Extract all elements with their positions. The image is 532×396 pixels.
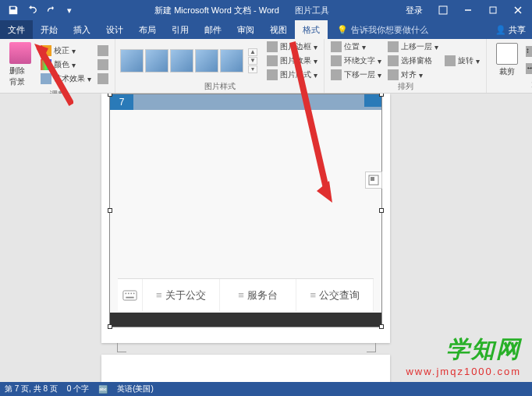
- minimize-icon[interactable]: [457, 2, 479, 19]
- close-icon[interactable]: [507, 2, 529, 19]
- picture-content: 7 ≡关于公交 ≡服务台 ≡公交查询: [110, 94, 381, 327]
- change-picture-button[interactable]: [96, 58, 110, 71]
- tab-format[interactable]: 格式: [295, 20, 328, 39]
- style-thumb[interactable]: [220, 49, 243, 72]
- tab-home[interactable]: 开始: [33, 20, 66, 39]
- ribbon-group-styles: ▲ ▼ ▾ 图片边框 ▾ 图片效果 ▾ 图片版式 ▾ 图片样式: [115, 39, 325, 93]
- share-button[interactable]: 👤 共享: [495, 24, 526, 36]
- wrap-text-button[interactable]: 环绕文字 ▾: [329, 55, 383, 67]
- crop-icon: [496, 43, 518, 65]
- rotate-icon: [445, 55, 456, 66]
- tell-me-search[interactable]: 💡 告诉我你想要做什么: [328, 24, 428, 36]
- border-icon: [267, 41, 278, 52]
- artistic-effects-button[interactable]: 艺术效果 ▾: [39, 72, 93, 85]
- tab-review[interactable]: 审阅: [229, 20, 262, 39]
- ribbon-group-arrange: 位置 ▾ 环绕文字 ▾ 下移一层 ▾ 上移一层 ▾ 选择窗格 对齐 ▾ 旋转 ▾…: [325, 39, 487, 93]
- corrections-button[interactable]: 校正 ▾: [39, 44, 93, 57]
- wrap-icon: [331, 55, 342, 66]
- keyboard-icon: [118, 279, 143, 311]
- save-icon[interactable]: [5, 2, 22, 19]
- resize-handle[interactable]: [108, 94, 112, 97]
- picture-effects-button[interactable]: 图片效果 ▾: [265, 55, 319, 67]
- tab-references[interactable]: 引用: [164, 20, 197, 39]
- resize-handle[interactable]: [108, 324, 112, 329]
- watermark-url: www.jmqz1000.com: [406, 366, 521, 377]
- tab-design[interactable]: 设计: [98, 20, 131, 39]
- gallery-down-icon[interactable]: ▼: [248, 57, 257, 65]
- group-label-styles: 图片样式: [120, 81, 319, 94]
- reset-icon: [98, 73, 108, 84]
- qat-customize-icon[interactable]: ▾: [61, 2, 78, 19]
- tab-mailings[interactable]: 邮件: [197, 20, 229, 39]
- picture-border-button[interactable]: 图片边框 ▾: [265, 41, 319, 53]
- redo-icon[interactable]: [42, 2, 59, 19]
- crop-button[interactable]: 裁剪: [491, 41, 523, 79]
- tab-view[interactable]: 视图: [262, 20, 295, 39]
- status-lang-icon: 🔤: [98, 385, 108, 394]
- color-button[interactable]: 颜色 ▾: [39, 58, 93, 71]
- window-title: 新建 Microsoft Word 文档 - Word: [154, 5, 279, 16]
- crop-mark: [117, 343, 126, 352]
- page: 7 ≡关于公交 ≡服务台 ≡公交查询: [101, 94, 390, 343]
- gallery-more-icon[interactable]: ▾: [248, 65, 257, 73]
- tab-layout[interactable]: 布局: [131, 20, 164, 39]
- resize-handle[interactable]: [379, 208, 384, 213]
- align-icon: [388, 69, 399, 80]
- page: [101, 355, 390, 382]
- status-page[interactable]: 第 7 页, 共 8 页: [5, 384, 58, 394]
- watermark-title: 学知网: [406, 334, 521, 366]
- picture-layout-button[interactable]: 图片版式 ▾: [265, 69, 319, 81]
- ribbon-group-adjust: 删除背景 校正 ▾ 颜色 ▾ 艺术效果 ▾ 调整: [0, 39, 115, 93]
- selection-pane-button[interactable]: 选择窗格: [386, 55, 440, 67]
- style-thumb[interactable]: [195, 49, 218, 72]
- send-backward-button[interactable]: 下移一层 ▾: [329, 69, 383, 81]
- status-bar: 第 7 页, 共 8 页 0 个字 🔤 英语(美国): [0, 382, 532, 396]
- svg-rect-8: [126, 296, 133, 298]
- login-label[interactable]: 登录: [406, 5, 423, 16]
- compress-pictures-button[interactable]: [96, 44, 110, 57]
- remove-background-button[interactable]: 删除背景: [5, 41, 36, 89]
- maximize-icon[interactable]: [482, 2, 504, 19]
- position-button[interactable]: 位置 ▾: [329, 41, 383, 53]
- menu-bar: 文件 开始 插入 设计 布局 引用 邮件 审阅 视图 格式 💡 告诉我你想要做什…: [0, 20, 532, 39]
- svg-point-4: [125, 292, 126, 294]
- bring-forward-button[interactable]: 上移一层 ▾: [386, 41, 440, 53]
- align-button[interactable]: 对齐 ▾: [386, 69, 440, 81]
- picture-styles-gallery[interactable]: [120, 49, 243, 72]
- status-words[interactable]: 0 个字: [67, 384, 89, 394]
- remove-bg-icon: [9, 42, 31, 64]
- style-thumb[interactable]: [170, 49, 193, 72]
- resize-handle[interactable]: [108, 208, 112, 213]
- forward-icon: [388, 41, 399, 52]
- resize-handle[interactable]: [379, 94, 384, 97]
- ribbon: 删除背景 校正 ▾ 颜色 ▾ 艺术效果 ▾ 调整: [0, 39, 532, 94]
- ribbon-options-icon[interactable]: [432, 2, 454, 19]
- phone-tab-query: ≡公交查询: [296, 279, 374, 311]
- svg-rect-0: [439, 6, 447, 14]
- selection-icon: [388, 55, 399, 66]
- style-thumb[interactable]: [120, 49, 144, 72]
- resize-handle[interactable]: [379, 324, 384, 329]
- rotate-button[interactable]: 旋转 ▾: [443, 55, 481, 67]
- layout-icon: [267, 69, 278, 80]
- width-icon: ↔: [526, 63, 532, 74]
- context-tab-label: 图片工具: [295, 5, 329, 16]
- tab-file[interactable]: 文件: [0, 20, 33, 39]
- change-picture-icon: [98, 59, 108, 70]
- status-language[interactable]: 英语(美国): [117, 384, 154, 394]
- phone-status-bar: [110, 94, 381, 110]
- layout-options-button[interactable]: [365, 171, 382, 189]
- reset-picture-button[interactable]: [96, 72, 110, 85]
- svg-point-6: [130, 292, 132, 294]
- tab-insert[interactable]: 插入: [66, 20, 98, 39]
- undo-icon[interactable]: [23, 2, 41, 19]
- title-bar: ▾ 新建 Microsoft Word 文档 - Word 图片工具 登录: [0, 0, 532, 20]
- selected-picture[interactable]: 7 ≡关于公交 ≡服务台 ≡公交查询: [109, 94, 382, 327]
- gallery-up-icon[interactable]: ▲: [248, 48, 257, 56]
- share-icon: 👤: [495, 25, 506, 35]
- svg-rect-3: [123, 290, 137, 299]
- phone-tab-service: ≡服务台: [220, 279, 297, 311]
- position-icon: [331, 41, 342, 52]
- height-icon: ↕: [526, 46, 532, 57]
- style-thumb[interactable]: [145, 49, 168, 72]
